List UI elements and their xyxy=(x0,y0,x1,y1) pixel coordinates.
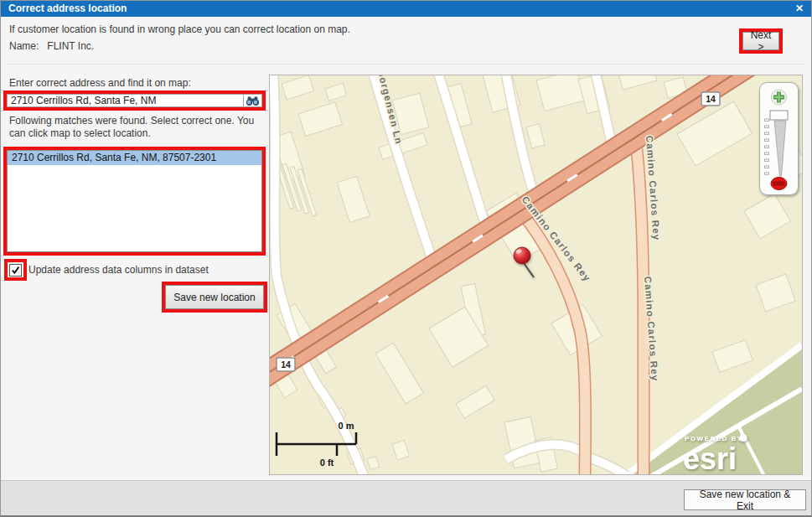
matches-highlight: 2710 Cerrillos Rd, Santa Fe, NM, 87507-2… xyxy=(3,147,266,256)
update-columns-label: Update address data columns in dataset xyxy=(28,264,209,276)
name-row: Name: FLINT Inc. xyxy=(9,40,94,52)
zoom-ticks xyxy=(765,119,769,175)
zoom-in-button[interactable] xyxy=(772,90,787,105)
esri-logo: esri xyxy=(683,442,737,474)
scale-feet: 0 ft xyxy=(320,458,334,468)
address-input[interactable] xyxy=(7,94,243,107)
route-shield-14-north: 14 xyxy=(701,92,720,106)
scale-meters: 0 m xyxy=(339,421,354,431)
name-value: FLINT Inc. xyxy=(47,40,94,52)
intro-text: If customer location is found in wrong p… xyxy=(9,23,350,35)
route-shield-14-south: 14 xyxy=(277,358,295,371)
checkmark-icon xyxy=(11,266,20,275)
minus-icon xyxy=(773,182,784,185)
matches-hint: Following matches were found. Select cor… xyxy=(9,115,267,140)
update-columns-checkbox[interactable] xyxy=(9,264,22,277)
address-input-highlight xyxy=(3,90,266,111)
dialog-titlebar[interactable]: Correct address location ✕ xyxy=(1,1,811,17)
zoom-slider-handle[interactable] xyxy=(770,111,788,120)
esri-globe-icon xyxy=(740,434,747,442)
header-divider xyxy=(7,64,805,65)
correct-address-dialog: Correct address location ✕ If customer l… xyxy=(0,0,812,517)
next-button[interactable]: Next > xyxy=(742,32,779,50)
save-highlight: Save new location xyxy=(162,282,267,313)
binoculars-icon xyxy=(246,96,260,106)
svg-text:14: 14 xyxy=(281,359,291,370)
enter-address-label: Enter correct address and find it on map… xyxy=(9,77,191,89)
find-address-button[interactable] xyxy=(243,94,262,107)
dialog-title: Correct address location xyxy=(8,3,127,14)
map-canvas: Jorgensen Ln Camino Carlos Rey Camino Ca… xyxy=(270,75,802,474)
save-new-location-exit-button[interactable]: Save new location & Exit xyxy=(684,489,806,510)
matches-listbox[interactable]: 2710 Cerrillos Rd, Santa Fe, NM, 87507-2… xyxy=(7,150,262,252)
map-view[interactable]: Jorgensen Ln Camino Carlos Rey Camino Ca… xyxy=(269,75,803,475)
dialog-footer: Save new location & Exit xyxy=(1,480,811,515)
save-new-location-button[interactable]: Save new location xyxy=(165,285,264,309)
checkbox-highlight xyxy=(4,259,27,281)
name-label: Name: xyxy=(9,40,39,52)
next-highlight: Next > xyxy=(739,28,783,54)
svg-text:14: 14 xyxy=(706,94,716,104)
match-item-selected[interactable]: 2710 Cerrillos Rd, Santa Fe, NM, 87507-2… xyxy=(8,151,261,165)
zoom-out-button[interactable] xyxy=(771,178,787,190)
close-icon[interactable]: ✕ xyxy=(794,1,805,17)
zoom-control[interactable] xyxy=(760,83,799,195)
